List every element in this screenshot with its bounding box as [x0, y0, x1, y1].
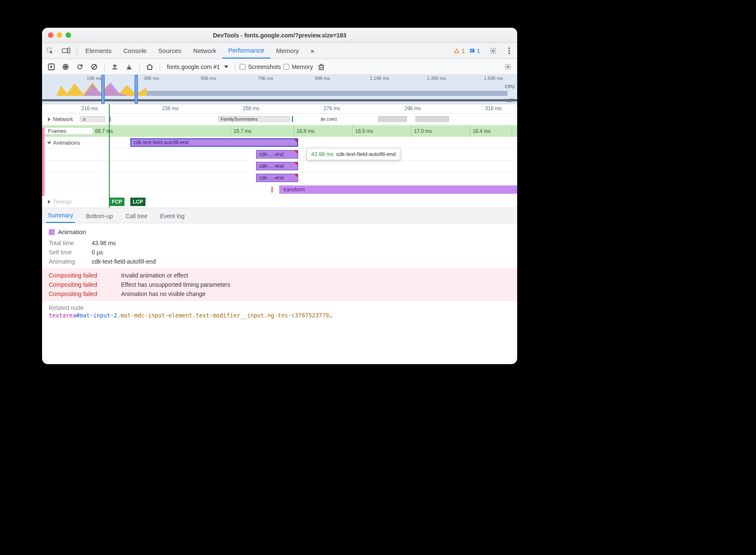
- related-node-row: Related node textarea#mat-input-2.mat-md…: [49, 304, 510, 319]
- chevron-down-icon: [224, 66, 228, 68]
- track-ruler: 216 ms 236 ms 256 ms 276 ms 296 ms 316 m…: [42, 104, 517, 114]
- network-marker: [292, 116, 293, 122]
- settings-icon[interactable]: [485, 47, 501, 55]
- detail-tab-eventlog[interactable]: Event log: [159, 209, 186, 223]
- failure-reason: Animation has no visible change: [121, 291, 206, 297]
- animation-event[interactable]: cdk-…-end: [256, 162, 298, 170]
- device-toggle-icon[interactable]: [58, 48, 74, 54]
- main-tabs: Elements Console Sources Network Perform…: [42, 43, 517, 59]
- memory-checkbox[interactable]: Memory: [283, 63, 313, 70]
- animation-subrow: cdk-…-end: [42, 161, 517, 172]
- range-handle-left[interactable]: [101, 75, 105, 104]
- tab-sources[interactable]: Sources: [153, 43, 188, 58]
- tabs-overflow[interactable]: »: [305, 43, 320, 58]
- svg-point-7: [508, 48, 510, 49]
- total-time-value: 43.98 ms: [92, 240, 116, 246]
- home-icon[interactable]: [144, 61, 156, 73]
- tab-console[interactable]: Console: [118, 43, 153, 58]
- chevron-right-icon[interactable]: [48, 200, 50, 204]
- frames-track[interactable]: Frames 66.7 ms 15.7 ms 16.8 ms 16.5 ms 1…: [42, 125, 517, 137]
- svg-rect-2: [68, 48, 70, 53]
- svg-point-6: [492, 50, 494, 52]
- window-title: DevTools - fonts.google.com/?preview.siz…: [42, 32, 517, 39]
- svg-rect-4: [471, 50, 473, 50]
- self-time-value: 0 μs: [92, 249, 103, 256]
- compositing-failures: Compositing failedInvalid animation or e…: [42, 268, 517, 301]
- tab-elements[interactable]: Elements: [79, 43, 118, 58]
- svg-rect-5: [471, 51, 473, 51]
- flame-chart[interactable]: 216 ms 236 ms 256 ms 276 ms 296 ms 316 m…: [42, 104, 517, 208]
- marker: [272, 187, 272, 193]
- chevron-right-icon[interactable]: [48, 117, 50, 122]
- overview-timeline[interactable]: 196 ms 396 ms 596 ms 796 ms 996 ms 1,196…: [42, 75, 517, 104]
- recording-name: fonts.google.com #1: [167, 63, 220, 70]
- chevron-down-icon[interactable]: [47, 142, 51, 144]
- timings-track[interactable]: Timings FCP LCP: [42, 196, 517, 208]
- network-request[interactable]: [378, 116, 407, 122]
- hover-tooltip: 43.98 mscdk-text-field-autofill-end: [307, 148, 400, 160]
- detail-tab-calltree[interactable]: Call tree: [124, 209, 149, 223]
- failure-reason: Effect has unsupported timing parameters: [121, 281, 230, 288]
- current-time-marker: [109, 104, 110, 208]
- load-profile-icon[interactable]: [109, 61, 121, 73]
- detail-tab-summary[interactable]: Summary: [46, 209, 75, 223]
- svg-rect-3: [470, 49, 474, 52]
- range-handle-right[interactable]: [135, 75, 138, 104]
- animation-event-selected[interactable]: cdk-text-field-autofill-end: [130, 138, 298, 147]
- garbage-collect-icon[interactable]: [315, 61, 327, 73]
- animation-subrow: cdk-…-end 43.98 mscdk-text-field-autofil…: [42, 149, 517, 161]
- event-heading: Animation: [49, 228, 510, 235]
- network-request[interactable]: jle.com): [319, 116, 357, 122]
- animation-subrow: transform: [42, 184, 517, 196]
- svg-rect-1: [62, 49, 68, 53]
- animations-track[interactable]: Animations cdk-text-field-autofill-end: [42, 137, 517, 149]
- fcp-marker[interactable]: FCP: [109, 198, 124, 206]
- tab-performance[interactable]: Performance: [222, 43, 270, 58]
- warnings-badge[interactable]: 1: [454, 47, 465, 54]
- failure-reason: Invalid animation or effect: [121, 272, 188, 279]
- warnings-count: 1: [461, 47, 465, 54]
- animation-event[interactable]: transform: [279, 185, 517, 194]
- titlebar: DevTools - fonts.google.com/?preview.siz…: [42, 28, 517, 43]
- svg-point-14: [507, 66, 509, 68]
- summary-panel: Animation Total time43.98 ms Self time0 …: [42, 223, 517, 364]
- svg-point-12: [64, 65, 67, 68]
- divider: [77, 46, 77, 56]
- animating-value: cdk-text-field-autofill-end: [92, 258, 156, 265]
- recording-selector[interactable]: fonts.google.com #1: [164, 63, 231, 70]
- tab-memory[interactable]: Memory: [270, 43, 305, 58]
- svg-point-9: [508, 53, 510, 54]
- issues-badge[interactable]: 1: [469, 47, 480, 54]
- toggle-timeline-icon[interactable]: [45, 61, 57, 73]
- tab-network[interactable]: Network: [188, 43, 222, 58]
- kebab-icon[interactable]: [501, 48, 517, 54]
- network-request[interactable]: FamilySummaries: [218, 116, 290, 122]
- save-profile-icon[interactable]: [123, 61, 135, 73]
- animation-subrow: cdk-…-end: [42, 172, 517, 184]
- animation-event[interactable]: cdk-…-end: [256, 174, 298, 182]
- reload-record-icon[interactable]: [74, 61, 86, 73]
- network-request[interactable]: [415, 116, 449, 122]
- issues-count: 1: [477, 47, 480, 54]
- animation-event[interactable]: cdk-…-end: [256, 150, 298, 159]
- inspect-icon[interactable]: [42, 47, 58, 55]
- event-color-swatch: [49, 229, 55, 235]
- record-icon[interactable]: [60, 61, 71, 73]
- network-request[interactable]: :s: [80, 116, 105, 122]
- detail-tab-bottomup[interactable]: Bottom-up: [84, 209, 115, 223]
- track-handle[interactable]: [42, 128, 45, 196]
- performance-toolbar: fonts.google.com #1 Screenshots Memory: [42, 59, 517, 75]
- devtools-window: DevTools - fonts.google.com/?preview.siz…: [42, 28, 517, 364]
- capture-settings-icon[interactable]: [502, 61, 514, 73]
- network-track[interactable]: Network :s FamilySummaries jle.com): [42, 114, 517, 125]
- lcp-marker[interactable]: LCP: [130, 198, 145, 206]
- screenshots-checkbox[interactable]: Screenshots: [240, 63, 281, 70]
- related-node-link[interactable]: textarea#mat-input-2.mat-mdc-input-eleme…: [49, 312, 510, 319]
- detail-tabs: Summary Bottom-up Call tree Event log: [42, 208, 517, 223]
- svg-point-8: [508, 50, 510, 52]
- clear-icon[interactable]: [88, 61, 100, 73]
